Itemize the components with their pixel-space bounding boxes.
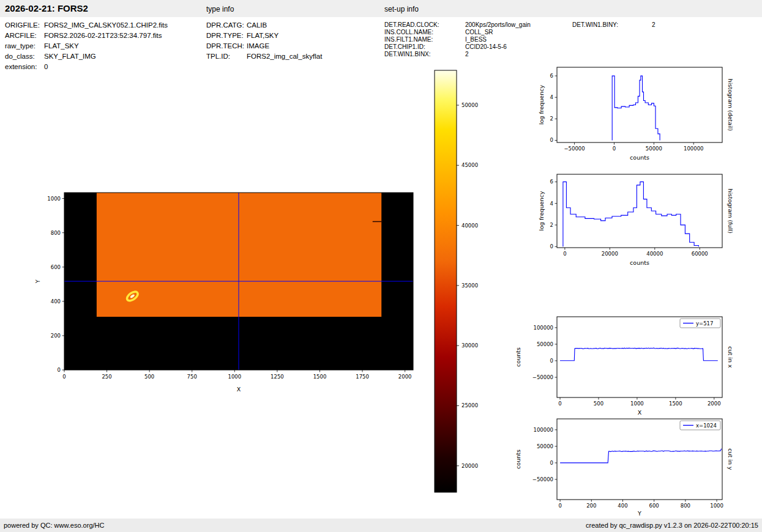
cut-in-x-plot: 0500100015002000−50000050000100000Xcount… bbox=[508, 311, 750, 417]
histogram-full-plot: 02000040000600000246countslog frequencyh… bbox=[508, 168, 750, 275]
svg-text:50000: 50000 bbox=[537, 341, 553, 347]
svg-text:250: 250 bbox=[102, 374, 111, 380]
histogram-detail-plot: −500000500001000000246countslog frequenc… bbox=[508, 61, 750, 170]
svg-text:60000: 60000 bbox=[692, 251, 708, 257]
svg-text:1000: 1000 bbox=[710, 503, 723, 509]
svg-text:500: 500 bbox=[144, 374, 154, 380]
svg-text:200: 200 bbox=[586, 503, 596, 509]
svg-text:0: 0 bbox=[550, 460, 553, 466]
svg-text:20000: 20000 bbox=[461, 463, 478, 469]
svg-text:0: 0 bbox=[558, 503, 561, 509]
svg-text:cut in y: cut in y bbox=[727, 448, 734, 470]
svg-text:1000: 1000 bbox=[228, 374, 242, 380]
svg-text:35000: 35000 bbox=[461, 283, 478, 289]
svg-text:−50000: −50000 bbox=[532, 374, 553, 380]
footer-left-text: powered by QC: www.eso.org/HC bbox=[4, 522, 104, 529]
svg-text:50000: 50000 bbox=[461, 102, 478, 108]
svg-text:400: 400 bbox=[51, 298, 61, 305]
svg-text:25000: 25000 bbox=[461, 402, 478, 408]
svg-text:x=1024: x=1024 bbox=[696, 423, 717, 429]
svg-text:0: 0 bbox=[558, 401, 561, 407]
svg-text:600: 600 bbox=[649, 503, 659, 509]
svg-text:0: 0 bbox=[563, 251, 566, 257]
svg-text:45000: 45000 bbox=[461, 162, 478, 168]
figure-area: 0250500750100012501500175020000200400600… bbox=[0, 17, 762, 519]
svg-text:50000: 50000 bbox=[537, 443, 553, 449]
svg-text:histogram (full): histogram (full) bbox=[727, 188, 734, 233]
svg-text:log frequency: log frequency bbox=[538, 85, 545, 125]
svg-text:0: 0 bbox=[613, 146, 616, 152]
svg-text:100000: 100000 bbox=[534, 325, 553, 331]
svg-text:2000: 2000 bbox=[398, 374, 412, 380]
svg-text:counts: counts bbox=[515, 347, 521, 367]
svg-text:counts: counts bbox=[515, 449, 521, 469]
svg-text:1250: 1250 bbox=[271, 374, 284, 380]
svg-text:6: 6 bbox=[550, 179, 553, 185]
type-info-heading: type info bbox=[206, 5, 234, 13]
svg-text:0: 0 bbox=[58, 367, 61, 373]
cut-in-y-plot: 02004006008001000−50000050000100000Ycoun… bbox=[508, 413, 750, 518]
svg-text:Y: Y bbox=[637, 510, 641, 517]
svg-text:750: 750 bbox=[187, 374, 197, 380]
svg-text:−50000: −50000 bbox=[532, 476, 553, 482]
svg-text:0: 0 bbox=[62, 374, 65, 380]
setup-info-heading: set-up info bbox=[384, 5, 419, 13]
svg-text:2: 2 bbox=[550, 116, 553, 122]
svg-text:1500: 1500 bbox=[313, 374, 327, 380]
svg-text:800: 800 bbox=[681, 503, 690, 509]
main-image-plot: 0250500750100012501500175020000200400600… bbox=[24, 183, 431, 401]
svg-text:counts: counts bbox=[630, 154, 649, 161]
svg-text:2000: 2000 bbox=[708, 401, 721, 407]
svg-text:100000: 100000 bbox=[684, 146, 703, 152]
svg-text:0: 0 bbox=[550, 243, 553, 249]
svg-text:1500: 1500 bbox=[669, 401, 682, 407]
svg-text:500: 500 bbox=[594, 401, 603, 407]
svg-text:20000: 20000 bbox=[602, 251, 618, 257]
svg-text:y=517: y=517 bbox=[696, 320, 713, 327]
svg-text:600: 600 bbox=[51, 264, 61, 270]
svg-text:30000: 30000 bbox=[461, 342, 478, 349]
svg-text:1000: 1000 bbox=[47, 196, 61, 202]
svg-text:−50000: −50000 bbox=[564, 146, 585, 152]
svg-text:0: 0 bbox=[550, 358, 553, 364]
footer-right-text: created by qc_rawdisp.py v1.2.3 on 2026-… bbox=[586, 522, 758, 529]
footer-bar: powered by QC: www.eso.org/HC created by… bbox=[0, 519, 762, 532]
svg-text:Y: Y bbox=[34, 279, 41, 284]
illuminated-region bbox=[97, 193, 381, 317]
svg-text:log frequency: log frequency bbox=[538, 191, 545, 231]
svg-text:histogram (detail): histogram (detail) bbox=[727, 79, 734, 131]
svg-text:40000: 40000 bbox=[646, 251, 663, 257]
legend: x=1024 bbox=[680, 421, 720, 430]
svg-text:40000: 40000 bbox=[461, 223, 478, 229]
svg-text:4: 4 bbox=[550, 201, 553, 207]
svg-text:800: 800 bbox=[51, 230, 61, 236]
svg-text:200: 200 bbox=[51, 333, 61, 339]
svg-text:0: 0 bbox=[550, 137, 553, 143]
svg-text:6: 6 bbox=[550, 73, 553, 79]
svg-text:counts: counts bbox=[630, 259, 649, 266]
svg-text:4: 4 bbox=[550, 94, 553, 100]
svg-text:cut in x: cut in x bbox=[727, 346, 734, 368]
colorbar-gradient bbox=[435, 70, 457, 492]
svg-text:X: X bbox=[237, 386, 241, 393]
page-title: 2026-02-21: FORS2 bbox=[5, 3, 88, 13]
svg-text:100000: 100000 bbox=[534, 427, 553, 433]
svg-text:1750: 1750 bbox=[356, 374, 369, 380]
legend: y=517 bbox=[680, 319, 720, 328]
svg-text:50000: 50000 bbox=[646, 146, 662, 152]
svg-text:400: 400 bbox=[618, 503, 627, 509]
svg-text:2: 2 bbox=[550, 222, 553, 228]
colorbar: 20000250003000035000400004500050000 bbox=[431, 67, 499, 497]
title-bar: 2026-02-21: FORS2 type info set-up info bbox=[0, 0, 762, 17]
svg-text:1000: 1000 bbox=[630, 401, 644, 407]
